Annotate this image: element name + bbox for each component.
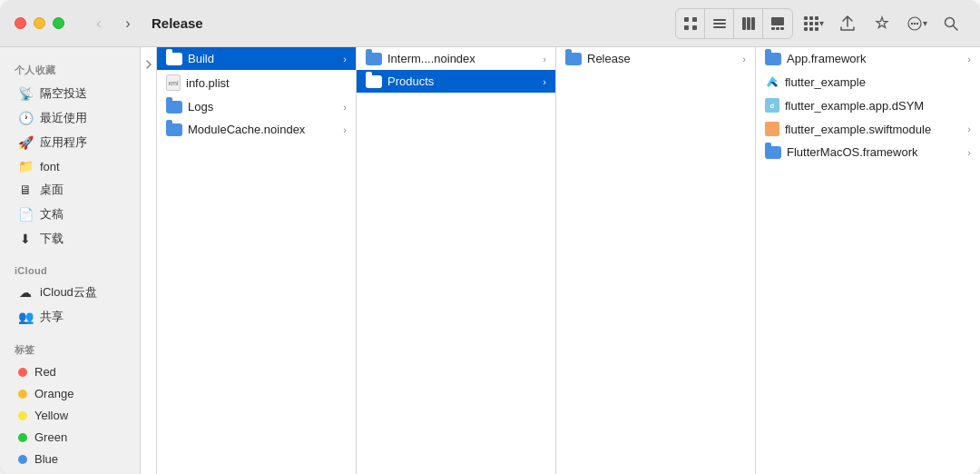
file-item-flutter-swiftmodule[interactable]: flutter_example.swiftmodule › (756, 117, 980, 141)
modulecache-label: ModuleCache.noindex (188, 123, 339, 136)
file-item-flutter-dsym[interactable]: d flutter_example.app.dSYM (756, 94, 980, 117)
tag-button[interactable] (867, 9, 897, 38)
svg-rect-1 (692, 17, 697, 22)
sidebar-item-documents[interactable]: 📄 文稿 (4, 202, 136, 226)
svg-rect-16 (815, 16, 818, 20)
group-button[interactable]: ▾ (799, 9, 828, 38)
file-item-modulecache[interactable]: ModuleCache.noindex › (157, 118, 356, 141)
sidebar-item-shared[interactable]: 👥 共享 (4, 305, 136, 329)
svg-rect-22 (815, 27, 818, 31)
tags-section-label: 标签 (0, 336, 140, 360)
documents-icon: 📄 (18, 207, 33, 222)
share-button[interactable] (833, 9, 862, 38)
tag-blue-label: Blue (34, 452, 58, 466)
file-item-interm[interactable]: Interm....noindex › (357, 47, 555, 70)
minimize-button[interactable] (34, 17, 45, 29)
file-item-app-framework[interactable]: App.framework › (756, 47, 980, 70)
traffic-lights (15, 17, 64, 29)
sidebar-item-font[interactable]: 📁 font (4, 155, 136, 177)
gallery-view-button[interactable] (763, 9, 792, 38)
finder-window: ‹ › Release (0, 0, 980, 474)
flutter-macos-label: FlutterMacOS.framework (787, 145, 964, 159)
svg-rect-11 (771, 27, 775, 30)
sidebar-item-label: 文稿 (40, 206, 64, 222)
sidebar: 个人收藏 📡 隔空投送 🕐 最近使用 🚀 应用程序 📁 font 🖥 桌面 (0, 47, 141, 474)
svg-rect-12 (776, 27, 779, 30)
green-dot (18, 433, 27, 442)
svg-rect-21 (809, 27, 813, 31)
sidebar-item-tag-red[interactable]: Red (4, 361, 136, 382)
maximize-button[interactable] (53, 17, 64, 29)
sidebar-item-icloud-drive[interactable]: ☁ iCloud云盘 (4, 281, 136, 304)
downloads-icon: ⬇ (18, 232, 33, 246)
window-title: Release (152, 15, 664, 31)
file-item-build[interactable]: Build › (157, 47, 356, 70)
svg-rect-9 (751, 17, 755, 30)
toolbar-right: ▾ ▾ (675, 8, 965, 39)
modulecache-folder-icon (166, 123, 182, 136)
file-item-release[interactable]: Release › (556, 47, 755, 70)
interm-arrow: › (543, 54, 546, 64)
svg-rect-0 (684, 17, 689, 22)
infoplist-label: info.plist (186, 76, 347, 90)
personal-section-label: 个人收藏 (0, 56, 140, 81)
shared-icon: 👥 (18, 310, 33, 324)
column-view-button[interactable] (734, 9, 763, 38)
forward-button[interactable]: › (115, 11, 141, 36)
svg-rect-3 (692, 25, 697, 30)
file-item-products[interactable]: Products › (357, 70, 555, 93)
file-item-flutter-macos-framework[interactable]: FlutterMacOS.framework › (756, 141, 980, 163)
app-framework-label: App.framework (787, 52, 964, 65)
icloud-icon: ☁ (18, 285, 33, 300)
sidebar-item-tag-blue[interactable]: Blue (4, 449, 136, 469)
tag-red-label: Red (34, 365, 56, 379)
release-label: Release (587, 52, 739, 65)
svg-rect-15 (809, 16, 813, 20)
back-button[interactable]: ‹ (86, 11, 112, 36)
search-button[interactable] (936, 9, 965, 38)
nav-arrows: ‹ › (86, 11, 141, 36)
app-framework-arrow: › (967, 54, 971, 64)
list-view-button[interactable] (705, 9, 734, 38)
file-column-1: Build › xml info.plist Logs › (157, 47, 357, 474)
file-column-2: Interm....noindex › Products › (357, 47, 556, 474)
sidebar-item-tag-yellow[interactable]: Yellow (4, 405, 136, 426)
flutter-example-label: flutter_example (785, 75, 971, 89)
file-item-flutter-example[interactable]: flutter_example (756, 70, 980, 94)
icon-view-button[interactable] (676, 9, 705, 38)
svg-rect-20 (804, 27, 808, 31)
svg-point-24 (910, 22, 912, 24)
svg-point-25 (913, 22, 915, 24)
svg-rect-10 (771, 17, 784, 25)
sidebar-item-label: 最近使用 (40, 110, 87, 126)
sidebar-item-tag-orange[interactable]: Orange (4, 383, 136, 404)
logs-arrow: › (343, 102, 347, 113)
build-arrow: › (343, 54, 347, 64)
more-button[interactable]: ▾ (902, 9, 931, 38)
sidebar-item-desktop[interactable]: 🖥 桌面 (4, 178, 136, 202)
blue-dot (18, 455, 27, 464)
svg-rect-19 (815, 22, 818, 25)
svg-rect-2 (684, 25, 689, 30)
sidebar-item-downloads[interactable]: ⬇ 下载 (4, 227, 136, 251)
main-content: 个人收藏 📡 隔空投送 🕐 最近使用 🚀 应用程序 📁 font 🖥 桌面 (0, 47, 980, 474)
svg-rect-5 (713, 23, 726, 25)
release-arrow: › (742, 54, 746, 64)
flutter-swiftmodule-label: flutter_example.swiftmodule (785, 123, 964, 136)
close-button[interactable] (15, 17, 26, 29)
airdrop-icon: 📡 (18, 86, 33, 101)
sidebar-item-recent[interactable]: 🕐 最近使用 (4, 106, 136, 130)
sidebar-item-label: 共享 (40, 309, 64, 325)
products-label: Products (387, 74, 539, 88)
release-folder-icon (565, 53, 582, 65)
products-folder-icon (366, 75, 382, 88)
sidebar-item-applications[interactable]: 🚀 应用程序 (4, 131, 136, 154)
col0-expand[interactable] (141, 52, 156, 76)
file-item-infoplist[interactable]: xml info.plist (157, 70, 356, 95)
sidebar-item-tag-green[interactable]: Green (4, 427, 136, 448)
file-item-logs[interactable]: Logs › (157, 95, 356, 118)
tag-orange-label: Orange (34, 387, 74, 400)
view-toggle-group (675, 8, 793, 39)
sidebar-item-airdrop[interactable]: 📡 隔空投送 (4, 82, 136, 105)
logs-folder-icon (166, 101, 182, 114)
